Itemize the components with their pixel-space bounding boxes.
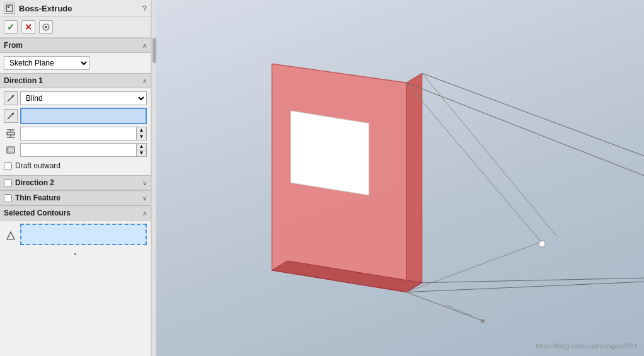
svg-line-20 — [406, 83, 644, 195]
left-panel: Boss-Extrude ? ✓ ✕ From ∧ Sketch Plane S… — [0, 0, 151, 356]
contour-dot: • — [4, 250, 147, 258]
thin-feature-section-header[interactable]: Thin Feature ∨ — [0, 190, 151, 205]
svg-line-25 — [406, 242, 541, 292]
svg-line-21 — [406, 280, 644, 292]
depth-spinner: ▲ ▼ — [136, 127, 146, 140]
direction1-section-content: Blind Through All Up To Vertex Up To Sur… — [0, 88, 151, 175]
depth-icon — [4, 127, 18, 141]
direction2-label: Direction 2 — [15, 178, 54, 187]
svg-line-23 — [422, 277, 644, 283]
3d-model-svg — [156, 0, 644, 356]
direction2-header-content: Direction 2 — [4, 178, 54, 187]
ok-button[interactable]: ✓ — [4, 20, 18, 34]
direction2-chevron: ∨ — [142, 180, 147, 187]
svg-line-32 — [406, 292, 481, 321]
svg-line-22 — [422, 73, 644, 183]
svg-rect-1 — [8, 6, 9, 8]
help-icon[interactable]: ? — [142, 4, 147, 13]
svg-point-3 — [45, 26, 47, 28]
panel-scrollbar[interactable] — [151, 0, 156, 356]
contour-icon — [4, 229, 18, 243]
svg-rect-8 — [7, 132, 14, 135]
draft-down-btn[interactable]: ▼ — [137, 151, 146, 157]
depth-input-container: 68.000mm ▲ ▼ — [20, 127, 147, 141]
draft-icon — [4, 143, 18, 157]
draft-outward-label: Draft outward — [15, 161, 60, 170]
action-row: ✓ ✕ — [0, 17, 151, 38]
svg-marker-17 — [290, 111, 369, 195]
draft-input-container: ▲ ▼ — [20, 143, 147, 157]
selected-contours-chevron: ∧ — [142, 210, 147, 217]
from-section-content: Sketch Plane Surface/Face/Plane Vertex O… — [0, 53, 151, 73]
direction1-text-field[interactable] — [20, 108, 147, 124]
depth-input[interactable]: 68.000mm — [21, 127, 136, 140]
draft-outward-row: Draft outward — [4, 159, 147, 172]
direction1-type-dropdown[interactable]: Blind Through All Up To Vertex Up To Sur… — [20, 91, 147, 105]
panel-header: Boss-Extrude ? — [0, 0, 151, 17]
draft-outward-checkbox[interactable] — [4, 162, 12, 170]
direction1-chevron: ∧ — [142, 78, 147, 84]
from-label: From — [4, 41, 23, 50]
direction1-dropdown-row: Blind Through All Up To Vertex Up To Sur… — [4, 91, 147, 105]
selected-contours-label: Selected Contours — [4, 209, 71, 217]
depth-up-btn[interactable]: ▲ — [137, 127, 146, 134]
direction1-arrow-btn[interactable] — [4, 91, 18, 105]
selected-contours-content: • — [0, 221, 151, 261]
svg-marker-18 — [406, 73, 422, 292]
depth-input-row: 68.000mm ▲ ▼ — [4, 127, 147, 141]
watermark: https://blog.csdn.net/zengqh0314 — [536, 342, 638, 350]
svg-point-27 — [539, 241, 545, 247]
contour-input-row — [4, 224, 147, 248]
selected-contours-section-header[interactable]: Selected Contours ∧ — [0, 205, 151, 221]
preview-button[interactable] — [39, 20, 53, 34]
thin-feature-checkbox[interactable] — [4, 194, 12, 202]
draft-angle-input[interactable] — [21, 144, 136, 156]
thin-feature-label: Thin Feature — [15, 193, 60, 202]
direction1-arrow-btn2[interactable] — [4, 109, 18, 123]
direction2-section-header[interactable]: Direction 2 ∨ — [0, 175, 151, 190]
panel-title: Boss-Extrude — [19, 4, 139, 13]
direction1-section-header[interactable]: Direction 1 ∧ — [0, 73, 151, 88]
main-viewport: https://blog.csdn.net/zengqh0314 — [156, 0, 644, 356]
cancel-button[interactable]: ✕ — [21, 20, 35, 34]
draft-spinner: ▲ ▼ — [136, 144, 146, 156]
svg-line-24 — [406, 83, 544, 245]
svg-marker-15 — [7, 232, 14, 239]
svg-rect-14 — [8, 148, 13, 152]
thin-feature-chevron: ∨ — [142, 195, 147, 202]
contour-selection-box[interactable] — [20, 224, 147, 245]
thin-feature-header-content: Thin Feature — [4, 193, 60, 202]
direction1-label: Direction 1 — [4, 76, 43, 85]
from-chevron: ∧ — [142, 42, 147, 49]
svg-point-33 — [481, 319, 485, 323]
draft-up-btn[interactable]: ▲ — [137, 144, 146, 151]
from-dropdown[interactable]: Sketch Plane Surface/Face/Plane Vertex O… — [4, 56, 89, 70]
depth-down-btn[interactable]: ▼ — [137, 134, 146, 141]
direction1-text-input-row — [4, 108, 147, 124]
panel-icon — [4, 3, 15, 14]
svg-line-26 — [422, 73, 556, 236]
from-section-header[interactable]: From ∧ — [0, 38, 151, 53]
draft-input-row: ▲ ▼ — [4, 143, 147, 157]
direction2-checkbox[interactable] — [4, 179, 12, 187]
